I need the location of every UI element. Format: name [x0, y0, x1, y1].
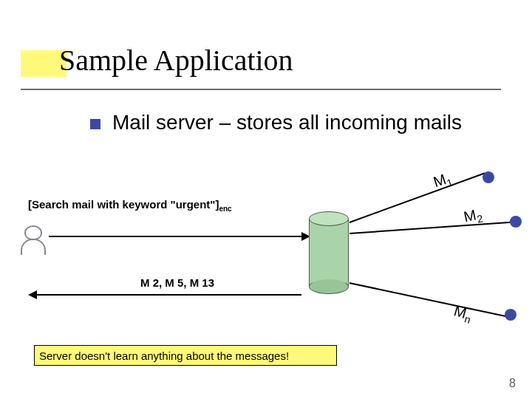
arrow-reply-line [35, 294, 301, 296]
server-cylinder-bottom [309, 279, 349, 294]
user-icon-body [21, 239, 46, 255]
arrow-request-line [49, 236, 304, 237]
message-dot-m1 [482, 171, 494, 183]
arrow-reply-head [28, 290, 37, 299]
callout-box: Server doesn't learn anything about the … [34, 345, 337, 366]
message-label-m2: M2 [463, 205, 484, 228]
m2-sub: 2 [476, 213, 484, 225]
page-number: 8 [509, 377, 516, 390]
connector-m2 [349, 222, 512, 234]
query-sub: enc [219, 205, 231, 213]
message-dot-mn [505, 309, 516, 321]
callout-text: Server doesn't learn anything about the … [39, 349, 289, 362]
user-icon-head [24, 225, 42, 240]
slide: Sample Application Mail server – stores … [0, 0, 532, 399]
message-label-mn: Mn [451, 302, 474, 326]
reply-label: M 2, M 5, M 13 [140, 276, 214, 289]
query-text: [Search mail with keyword "urgent"] [28, 198, 219, 211]
m1-sub: 1 [446, 176, 454, 189]
server-cylinder-top [309, 211, 349, 226]
query-label: [Search mail with keyword "urgent"]enc [28, 198, 232, 213]
message-dot-m2 [510, 216, 522, 228]
connector-mn [349, 282, 506, 316]
message-label-m1: M1 [432, 169, 454, 193]
server-cylinder-body [309, 219, 349, 287]
slide-title: Sample Application [59, 43, 293, 78]
m2-prefix: M [463, 206, 478, 225]
